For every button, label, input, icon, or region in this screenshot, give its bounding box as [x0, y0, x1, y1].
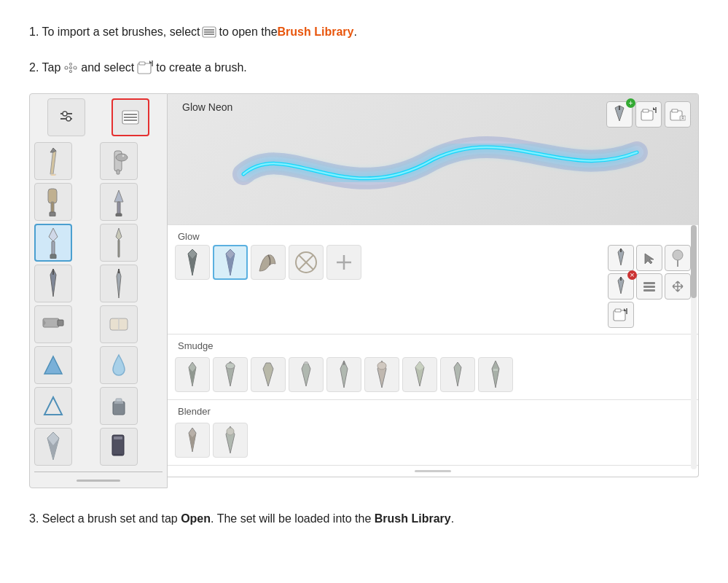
pencil-tool[interactable]: [34, 142, 72, 180]
svg-point-7: [74, 66, 77, 69]
svg-rect-10: [139, 62, 145, 65]
svg-point-108: [227, 428, 234, 435]
brush-library-panel: Glow Neon: [168, 93, 699, 477]
pin-btn[interactable]: [665, 245, 691, 271]
brush-stroke-preview: [175, 116, 698, 218]
step3-library-bold: Brush Library: [375, 512, 451, 525]
svg-rect-58: [619, 106, 620, 110]
step1-suffix: .: [353, 22, 356, 42]
svg-marker-94: [302, 362, 310, 386]
smudge-brush-2[interactable]: [213, 357, 248, 392]
svg-marker-48: [44, 397, 62, 415]
smudge-brush-6[interactable]: [364, 357, 399, 392]
glow-brush-stroke-btn[interactable]: [608, 245, 634, 271]
eraser-tool[interactable]: [100, 305, 138, 343]
glow-action-row3: [608, 302, 691, 328]
svg-marker-78: [645, 254, 654, 264]
smudge-brush-3[interactable]: [251, 357, 286, 392]
export-brush-button[interactable]: [665, 101, 691, 128]
smudge-group-label: Smudge: [168, 334, 698, 354]
stack-btn[interactable]: [636, 273, 662, 300]
active-brush-tool[interactable]: [34, 224, 72, 262]
svg-rect-27: [48, 189, 57, 203]
svg-marker-102: [454, 362, 461, 386]
svg-rect-34: [52, 241, 55, 256]
flat-brush-tool[interactable]: [34, 305, 72, 343]
step3-middle: . The set will be loaded into the: [211, 512, 375, 525]
glow-selected-brush[interactable]: [213, 245, 248, 280]
adjust-tool-button[interactable]: [47, 98, 85, 136]
svg-rect-85: [643, 289, 655, 292]
smudge-brush-7[interactable]: [402, 357, 437, 392]
triangle-tool[interactable]: [34, 346, 72, 384]
sparkle-icon: [63, 61, 79, 74]
blender-brush-1[interactable]: [175, 423, 210, 458]
svg-point-4: [65, 66, 68, 69]
svg-point-92: [226, 363, 235, 369]
ink-tool[interactable]: [34, 265, 72, 302]
step3-open-bold: Open: [181, 512, 211, 525]
new-brush-icon: [136, 60, 154, 75]
smudge-brush-9[interactable]: [478, 357, 513, 392]
blender-brush-2[interactable]: [213, 423, 248, 458]
toolbar-handle: [77, 480, 120, 482]
nib-tool[interactable]: [34, 428, 72, 466]
panel-bottom-handle: [168, 466, 698, 477]
svg-rect-104: [493, 369, 498, 371]
cursor-btn[interactable]: [636, 245, 662, 271]
drag-btn[interactable]: [665, 273, 691, 300]
glow-action-row1: [608, 245, 691, 271]
smudge-brush-8[interactable]: [440, 357, 475, 392]
svg-rect-77: [620, 249, 622, 252]
left-toolbar: [29, 93, 168, 488]
scrollbar-track[interactable]: [691, 225, 697, 469]
import-brush-button[interactable]: [635, 101, 662, 128]
smudge-brush-1[interactable]: [175, 357, 210, 392]
scrollbar-thumb[interactable]: [691, 225, 697, 298]
toolbar-divider: [34, 472, 163, 472]
glow-brush-items: [175, 245, 603, 280]
svg-point-5: [70, 63, 72, 65]
blender-group: Blender: [168, 400, 698, 466]
screenshot: Glow Neon: [29, 93, 699, 488]
outline-triangle-tool[interactable]: [34, 387, 72, 425]
svg-marker-30: [114, 190, 123, 202]
svg-rect-31: [117, 202, 120, 215]
menu-tool-button[interactable]: [111, 98, 149, 136]
svg-rect-82: [620, 277, 622, 281]
smudge-brush-4[interactable]: [289, 357, 324, 392]
svg-point-14: [63, 111, 67, 116]
glow-calligraphy-brush[interactable]: [251, 245, 286, 280]
add-brush-button[interactable]: +: [606, 101, 633, 128]
glow-pen-brush[interactable]: [175, 245, 210, 280]
toolbar-top-row: [34, 98, 163, 136]
add-glow-brush[interactable]: [326, 245, 361, 280]
thin-cone-tool[interactable]: [100, 224, 138, 262]
svg-rect-35: [50, 254, 56, 259]
preview-area: Glow Neon: [168, 94, 698, 225]
glow-group-label: Glow: [168, 225, 698, 245]
glow-action-row2: ×: [608, 273, 691, 300]
cone-brush-tool[interactable]: [100, 183, 138, 221]
drop-tool[interactable]: [100, 346, 138, 384]
svg-rect-83: [643, 282, 655, 284]
smudge-brush-5[interactable]: [326, 357, 361, 392]
fat-brush-tool[interactable]: [34, 183, 72, 221]
svg-marker-22: [50, 174, 56, 176]
svg-point-8: [70, 66, 72, 69]
menu-lines-icon: [202, 26, 216, 38]
delete-glow-btn[interactable]: ×: [608, 273, 634, 300]
toolbar-bottom: [34, 478, 163, 483]
thin-pen-tool[interactable]: [100, 265, 138, 302]
svg-rect-32: [116, 214, 122, 216]
airbrush-tool[interactable]: [100, 142, 138, 180]
svg-marker-33: [49, 228, 58, 241]
bucket-tool[interactable]: [100, 387, 138, 425]
preview-label: Glow Neon: [182, 101, 232, 113]
svg-rect-63: [672, 109, 678, 112]
import-set-btn[interactable]: [608, 302, 634, 328]
glow-cross-brush[interactable]: [289, 245, 324, 280]
blender-brush-items: [168, 420, 698, 465]
block-tool[interactable]: [100, 428, 138, 466]
smudge-group: Smudge: [168, 334, 698, 400]
